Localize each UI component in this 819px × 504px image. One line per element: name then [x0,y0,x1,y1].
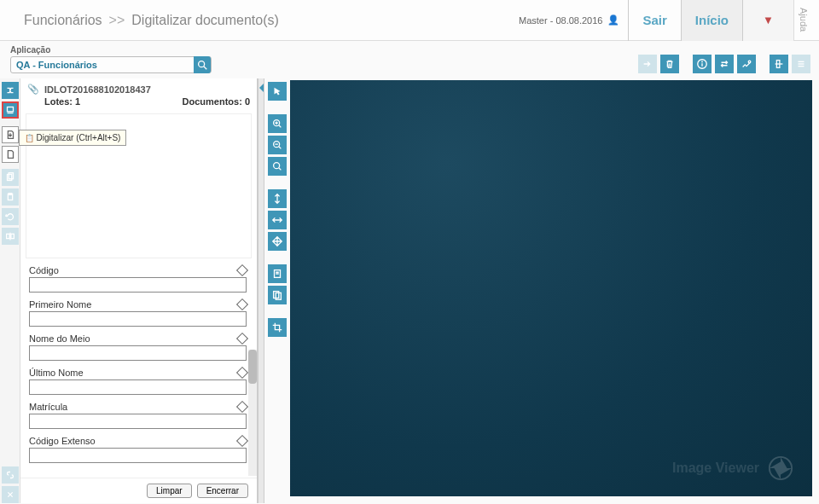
svg-point-26 [274,163,280,169]
zoom-out-button[interactable] [268,136,287,154]
required-icon [236,333,248,345]
rail-shuffle-button[interactable] [2,82,19,99]
svg-rect-18 [10,234,14,238]
main-area: Digitalizar (Ctrl+Alt+S) 📎 IDLOT20168810… [0,78,819,503]
ultimo-nome-input[interactable] [29,379,247,395]
rail-split-button[interactable] [2,228,19,245]
image-viewer[interactable]: Image Viewer [290,80,812,496]
svg-line-24 [279,147,282,149]
fit-width-button[interactable] [268,211,287,229]
list-button[interactable] [792,55,810,73]
required-icon [236,264,248,276]
form-scrollbar[interactable] [248,350,257,476]
svg-rect-11 [7,107,13,112]
move-right-button[interactable] [638,55,657,73]
application-value: QA - Funcionários [11,60,194,70]
docs-label: Documentos: [183,96,242,107]
breadcrumb: Funcionários >> Digitalizar documento(s) [24,13,279,28]
rail-rotate-button[interactable] [2,208,19,225]
index-form: Código Primeiro Nome Nome do Meio Último… [20,258,257,478]
align-button[interactable] [770,55,788,73]
rail-link-button[interactable] [2,466,19,484]
field-label: Último Nome [29,368,84,378]
user-info: Master - 08.08.2016 👤 [519,14,619,26]
field-label: Código Extenso [29,436,96,446]
chevron-left-icon [259,84,264,92]
batch-id: IDLOT201688102018437 [44,84,151,95]
viewer-watermark: Image Viewer [672,455,793,481]
application-label: Aplicação [10,45,212,55]
field-label: Nome do Meio [29,333,90,344]
nome-meio-input[interactable] [29,345,247,361]
finish-button[interactable]: Encerrar [197,484,248,498]
required-icon [236,367,248,379]
rail-page-button[interactable] [2,146,19,163]
svg-rect-12 [7,175,11,181]
field-label: Matrícula [29,402,67,412]
field-label: Primeiro Nome [29,299,91,310]
svg-point-0 [199,61,205,67]
required-icon [236,298,248,310]
zoom-fit-button[interactable] [268,157,287,176]
swap-button[interactable] [715,55,734,73]
matricula-input[interactable] [29,414,247,429]
top-bar: Funcionários >> Digitalizar documento(s)… [0,0,819,41]
codigo-input[interactable] [29,277,247,293]
batch-id-row: 📎 IDLOT201688102018437 [27,84,250,95]
breadcrumb-level-1[interactable]: Funcionários [24,13,102,28]
delete-button[interactable] [660,55,679,73]
rail-copy-button[interactable] [2,169,19,186]
clip-icon: 📎 [27,84,39,95]
svg-rect-13 [9,173,13,179]
rail-close-button[interactable] [2,486,19,503]
svg-point-4 [701,61,703,63]
crop-button[interactable] [268,318,287,337]
logout-button[interactable]: Sair [628,0,680,41]
lotes-label: Lotes: [44,96,73,107]
fit-page-button[interactable] [268,232,287,251]
page-prev-button[interactable] [268,264,287,283]
zoom-in-button[interactable] [268,114,287,133]
home-button[interactable]: Início [681,0,742,41]
application-bar: Aplicação QA - Funcionários [0,41,819,78]
application-combo[interactable]: QA - Funcionários [10,56,212,73]
fit-height-button[interactable] [268,189,287,208]
svg-point-5 [748,61,751,63]
scan-tooltip: Digitalizar (Ctrl+Alt+S) [19,130,126,146]
svg-line-27 [279,168,282,171]
panel-collapse-toggle[interactable] [258,78,264,503]
field-label: Código [29,265,59,275]
viewer-toolbar [264,78,290,503]
help-tab[interactable]: Ajuda [793,0,812,41]
breadcrumb-level-2: Digitalizar documento(s) [131,13,279,28]
codigo-extenso-input[interactable] [29,448,247,463]
rail-import-button[interactable] [2,126,19,143]
primeiro-nome-input[interactable] [29,311,247,327]
breadcrumb-sep: >> [109,13,125,28]
rail-scan-button[interactable] [2,101,19,119]
page-next-button[interactable] [268,286,287,304]
svg-rect-17 [6,234,9,238]
user-info-text: Master - 08.08.2016 [519,15,602,26]
rail-paste-button[interactable] [2,188,19,206]
pointer-tool[interactable] [268,82,287,101]
aperture-icon [768,455,793,481]
user-icon[interactable]: 👤 [607,14,619,26]
svg-line-1 [204,67,207,70]
application-search-icon[interactable] [194,56,211,73]
lotes-value: 1 [75,96,80,107]
required-icon [236,435,248,447]
dropdown-button[interactable]: ▼ [742,0,793,41]
application-selector: Aplicação QA - Funcionários [10,45,212,73]
svg-line-20 [279,125,282,128]
required-icon [236,401,248,413]
clear-button[interactable]: Limpar [147,484,192,498]
left-rail: Digitalizar (Ctrl+Alt+S) [0,78,20,503]
docs-value: 0 [245,96,250,107]
toolbar-right [638,55,810,73]
settings-button[interactable] [737,55,756,73]
info-button[interactable] [693,55,712,73]
